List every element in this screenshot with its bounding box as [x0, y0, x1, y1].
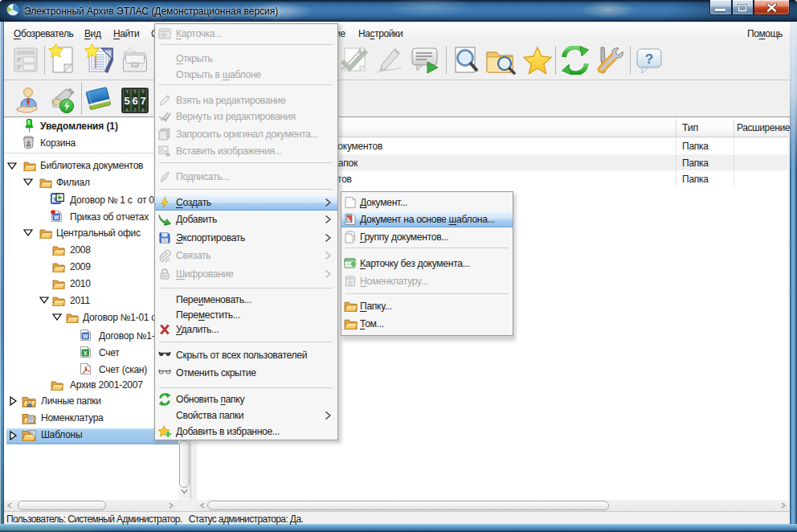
- svg-text:X: X: [84, 350, 88, 356]
- svg-text:6: 6: [141, 89, 144, 94]
- svg-text:5: 5: [124, 95, 129, 107]
- svg-text:8: 8: [141, 108, 144, 113]
- svg-text:7: 7: [140, 95, 145, 107]
- svg-text:W: W: [83, 334, 88, 339]
- svg-text:6: 6: [125, 108, 128, 113]
- svg-text:5: 5: [133, 89, 136, 94]
- svg-text:6: 6: [132, 95, 137, 107]
- svg-text:7: 7: [133, 108, 136, 113]
- svg-text:?: ?: [645, 51, 653, 67]
- svg-text:W: W: [54, 215, 59, 220]
